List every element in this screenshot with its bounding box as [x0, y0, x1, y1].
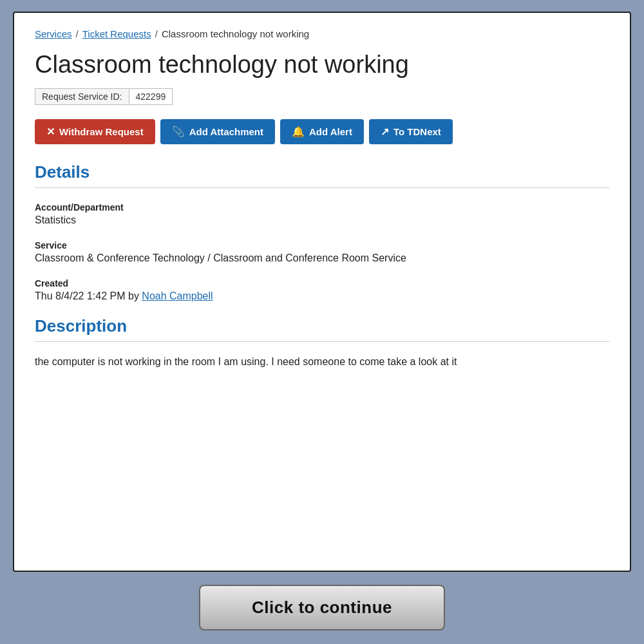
withdraw-request-button[interactable]: ✕ Withdraw Request — [35, 119, 155, 144]
add-attachment-label: Add Attachment — [189, 126, 263, 137]
to-tdnext-label: To TDNext — [393, 126, 441, 137]
bottom-bar: Click to continue — [0, 585, 644, 630]
breadcrumb-ticket-requests-link[interactable]: Ticket Requests — [82, 28, 151, 39]
breadcrumb-current: Classroom technology not working — [162, 28, 309, 39]
details-heading: Details — [35, 162, 609, 182]
creator-link[interactable]: Noah Campbell — [142, 290, 213, 301]
action-buttons: ✕ Withdraw Request 📎 Add Attachment 🔔 Ad… — [35, 119, 609, 144]
withdraw-request-label: Withdraw Request — [59, 126, 144, 137]
continue-button[interactable]: Click to continue — [199, 585, 445, 630]
created-date-text: Thu 8/4/22 1:42 PM by — [35, 290, 142, 301]
bell-icon: 🔔 — [292, 126, 305, 138]
created-value: Thu 8/4/22 1:42 PM by Noah Campbell — [35, 290, 609, 302]
service-field: Service Classroom & Conference Technolog… — [35, 240, 609, 264]
account-department-field: Account/Department Statistics — [35, 202, 609, 226]
add-alert-label: Add Alert — [309, 126, 352, 137]
description-divider — [35, 341, 609, 342]
description-section: Description the computer is not working … — [35, 316, 609, 368]
breadcrumb-separator-1: / — [76, 28, 79, 39]
service-id-row: Request Service ID: 422299 — [35, 88, 609, 105]
breadcrumb-separator-2: / — [155, 28, 158, 39]
to-tdnext-button[interactable]: ↗ To TDNext — [369, 119, 453, 144]
breadcrumb-services-link[interactable]: Services — [35, 28, 72, 39]
service-id-value: 422299 — [129, 88, 173, 105]
created-field: Created Thu 8/4/22 1:42 PM by Noah Campb… — [35, 278, 609, 302]
add-alert-button[interactable]: 🔔 Add Alert — [280, 119, 364, 144]
external-link-icon: ↗ — [381, 126, 389, 138]
details-section: Details Account/Department Statistics Se… — [35, 162, 609, 302]
paperclip-icon: 📎 — [172, 126, 185, 138]
account-department-value: Statistics — [35, 214, 609, 226]
add-attachment-button[interactable]: 📎 Add Attachment — [160, 119, 275, 144]
x-icon: ✕ — [46, 126, 55, 138]
description-heading: Description — [35, 316, 609, 336]
account-department-label: Account/Department — [35, 202, 609, 213]
service-label: Service — [35, 240, 609, 251]
breadcrumb: Services / Ticket Requests / Classroom t… — [35, 28, 609, 39]
description-text: the computer is not working in the room … — [35, 356, 609, 368]
created-label: Created — [35, 278, 609, 289]
page-title: Classroom technology not working — [35, 51, 609, 79]
main-card: Services / Ticket Requests / Classroom t… — [13, 12, 631, 572]
service-id-label: Request Service ID: — [35, 88, 129, 105]
details-divider — [35, 187, 609, 188]
service-value: Classroom & Conference Technology / Clas… — [35, 252, 609, 264]
